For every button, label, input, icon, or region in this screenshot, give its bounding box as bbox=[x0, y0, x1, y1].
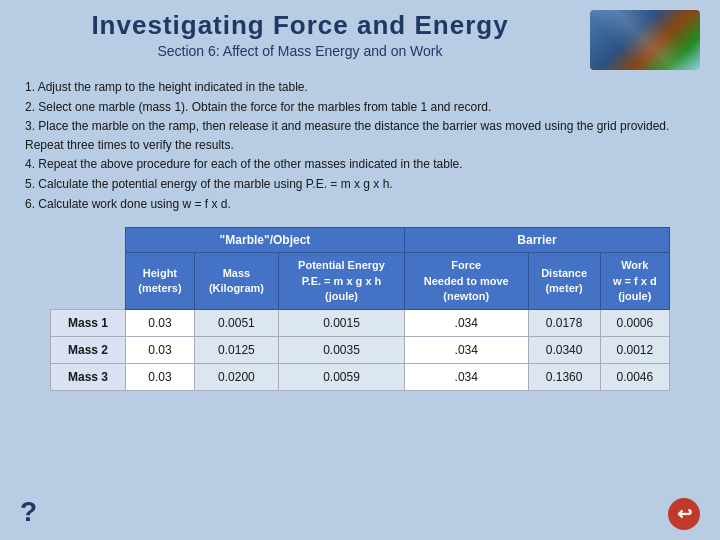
instructions-block: 1. Adjust the ramp to the height indicat… bbox=[20, 78, 700, 213]
cell-height-3: 0.03 bbox=[125, 364, 194, 391]
cell-mass-2: 0.0125 bbox=[194, 337, 278, 364]
main-title: Investigating Force and Energy bbox=[20, 10, 580, 41]
instruction-3: 3. Place the marble on the ramp, then re… bbox=[25, 117, 695, 154]
cell-work-1: 0.0006 bbox=[600, 310, 669, 337]
cell-pe-3: 0.0059 bbox=[279, 364, 405, 391]
table-row: Mass 2 0.03 0.0125 0.0035 .034 0.0340 0.… bbox=[51, 337, 670, 364]
instruction-1: 1. Adjust the ramp to the height indicat… bbox=[25, 78, 695, 97]
data-table: "Marble"/Object Barrier Height(meters) M… bbox=[50, 227, 670, 391]
cell-mass-3: 0.0200 bbox=[194, 364, 278, 391]
question-mark-button[interactable]: ? bbox=[20, 496, 37, 528]
back-icon: ↩ bbox=[677, 503, 692, 525]
cell-force-1: .034 bbox=[404, 310, 528, 337]
row-label-3: Mass 3 bbox=[51, 364, 126, 391]
col-force: ForceNeeded to move(newton) bbox=[404, 253, 528, 310]
cell-distance-1: 0.0178 bbox=[528, 310, 600, 337]
table-row: Mass 3 0.03 0.0200 0.0059 .034 0.1360 0.… bbox=[51, 364, 670, 391]
cell-force-3: .034 bbox=[404, 364, 528, 391]
header-image bbox=[590, 10, 700, 70]
back-button[interactable]: ↩ bbox=[668, 498, 700, 530]
instruction-4: 4. Repeat the above procedure for each o… bbox=[25, 155, 695, 174]
main-container: Investigating Force and Energy Section 6… bbox=[0, 0, 720, 540]
row-label-1: Mass 1 bbox=[51, 310, 126, 337]
cell-pe-2: 0.0035 bbox=[279, 337, 405, 364]
marble-group-header: "Marble"/Object bbox=[125, 228, 404, 253]
col-distance: Distance(meter) bbox=[528, 253, 600, 310]
title-block: Investigating Force and Energy Section 6… bbox=[20, 10, 580, 59]
row-label-2: Mass 2 bbox=[51, 337, 126, 364]
barrier-group-header: Barrier bbox=[404, 228, 669, 253]
cell-work-2: 0.0012 bbox=[600, 337, 669, 364]
col-work: Workw = f x d(joule) bbox=[600, 253, 669, 310]
table-section: "Marble"/Object Barrier Height(meters) M… bbox=[20, 227, 700, 391]
instruction-5: 5. Calculate the potential energy of the… bbox=[25, 175, 695, 194]
col-mass: Mass(Kilogram) bbox=[194, 253, 278, 310]
cell-work-3: 0.0046 bbox=[600, 364, 669, 391]
cell-force-2: .034 bbox=[404, 337, 528, 364]
cell-height-1: 0.03 bbox=[125, 310, 194, 337]
cell-pe-1: 0.0015 bbox=[279, 310, 405, 337]
col-pe: Potential EnergyP.E. = m x g x h(joule) bbox=[279, 253, 405, 310]
cell-height-2: 0.03 bbox=[125, 337, 194, 364]
cell-mass-1: 0.0051 bbox=[194, 310, 278, 337]
instruction-6: 6. Calculate work done using w = f x d. bbox=[25, 195, 695, 214]
col-height: Height(meters) bbox=[125, 253, 194, 310]
header-area: Investigating Force and Energy Section 6… bbox=[20, 10, 700, 70]
subtitle: Section 6: Affect of Mass Energy and on … bbox=[20, 43, 580, 59]
table-row: Mass 1 0.03 0.0051 0.0015 .034 0.0178 0.… bbox=[51, 310, 670, 337]
cell-distance-2: 0.0340 bbox=[528, 337, 600, 364]
instruction-2: 2. Select one marble (mass 1). Obtain th… bbox=[25, 98, 695, 117]
cell-distance-3: 0.1360 bbox=[528, 364, 600, 391]
